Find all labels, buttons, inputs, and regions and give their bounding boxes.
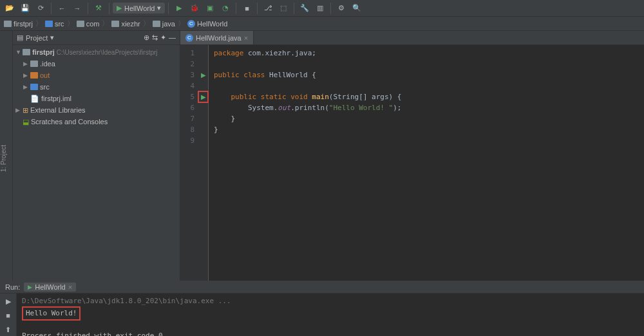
run-label: Run: xyxy=(5,283,20,291)
tree-out[interactable]: ▶out xyxy=(13,70,180,81)
panel-title-text: Project xyxy=(26,34,48,42)
line-numbers: 123456789 xyxy=(180,45,198,281)
play-icon: ▶ xyxy=(117,4,122,12)
separator xyxy=(294,3,294,14)
run-command: D:\DevSoftware\Java\jdk1.8.0_202\bin\jav… xyxy=(22,296,639,306)
editor-area: C HellWorld.java × 123456789 ▶ ▶ package… xyxy=(180,31,644,281)
editor-tab[interactable]: C HellWorld.java × xyxy=(180,31,254,44)
tree-root[interactable]: ▼ firstprj C:\Users\xiezhr\IdeaProjects\… xyxy=(13,46,180,58)
stop-icon[interactable]: ■ xyxy=(3,310,14,321)
save-icon[interactable]: 💾 xyxy=(18,2,32,15)
run-output[interactable]: D:\DevSoftware\Java\jdk1.8.0_202\bin\jav… xyxy=(17,294,644,336)
project-panel-header: ▤ Project ▾ ⊕ ⇆ ✦ — xyxy=(13,31,180,45)
git-icon[interactable]: ⎇ xyxy=(261,2,275,15)
separator xyxy=(88,3,88,14)
separator xyxy=(109,3,109,14)
search-icon[interactable]: 🔍 xyxy=(350,2,364,15)
dropdown-icon: ▾ xyxy=(157,4,161,12)
bc-class[interactable]: CHellWorld xyxy=(187,20,227,28)
bc-root[interactable]: firstprj xyxy=(4,20,33,28)
bc-separator: 〉 xyxy=(178,19,185,28)
bc-com[interactable]: com xyxy=(77,20,100,28)
bc-src[interactable]: src xyxy=(45,20,64,28)
play-icon: ▶ xyxy=(28,284,32,290)
tree-idea[interactable]: ▶.idea xyxy=(13,58,180,70)
tab-label: HellWorld.java xyxy=(196,34,242,42)
library-icon: ⊞ xyxy=(23,106,28,115)
close-icon[interactable]: × xyxy=(244,34,248,42)
folder-icon xyxy=(30,61,38,67)
bc-separator: 〉 xyxy=(67,19,74,28)
separator xyxy=(51,3,52,14)
chevron-right-icon: ▶ xyxy=(23,72,28,79)
vcs-icon[interactable]: ⬚ xyxy=(276,2,290,15)
tree-scratches[interactable]: ⬓Scratches and Consoles xyxy=(13,116,180,127)
breadcrumb-bar: firstprj 〉 src 〉 com 〉 xiezhr 〉 java 〉 C… xyxy=(0,17,644,31)
root-path: C:\Users\xiezhr\IdeaProjects\firstprj xyxy=(57,49,158,56)
tree-iml[interactable]: 📄firstprj.iml xyxy=(13,93,180,104)
refresh-icon[interactable]: ⟳ xyxy=(33,2,48,15)
gear-icon[interactable]: ⚙ xyxy=(334,2,348,15)
up-icon[interactable]: ⬆ xyxy=(3,324,14,335)
root-name: firstprj xyxy=(32,48,55,56)
stop-icon[interactable]: ■ xyxy=(240,2,254,15)
close-icon[interactable]: × xyxy=(68,283,72,291)
run-config-selector[interactable]: ▶ HellWorld ▾ xyxy=(113,3,165,14)
debug-icon[interactable]: 🐞 xyxy=(187,2,202,15)
bc-java[interactable]: java xyxy=(153,20,175,28)
class-icon: C xyxy=(187,20,195,28)
structure-icon[interactable]: ▥ xyxy=(313,2,327,15)
run-config-label: HellWorld xyxy=(124,5,155,12)
bc-separator: 〉 xyxy=(143,19,150,28)
bc-separator: 〉 xyxy=(102,19,109,28)
scratches-icon: ⬓ xyxy=(23,118,29,126)
run-tool-window: Run: ▶ HellWorld × ▶ ■ ⬆ ⊞ D:\DevSoftwar… xyxy=(0,281,644,336)
run-icon[interactable]: ▶ xyxy=(172,2,186,15)
folder-icon xyxy=(111,21,119,27)
bc-xiezhr[interactable]: xiezhr xyxy=(111,20,140,28)
module-icon xyxy=(23,49,30,55)
panel-icon: ▤ xyxy=(17,33,23,42)
exit-message: Process finished with exit code 0 xyxy=(22,331,639,336)
run-sidebar: ▶ ■ ⬆ ⊞ xyxy=(0,294,17,336)
output-highlight: Hello World! xyxy=(22,306,80,321)
back-icon[interactable]: ← xyxy=(55,2,69,15)
forward-icon[interactable]: → xyxy=(70,2,84,15)
minimize-icon[interactable]: — xyxy=(169,33,176,42)
tree-external-libs[interactable]: ▶⊞External Libraries xyxy=(13,104,180,116)
separator xyxy=(168,3,169,14)
main-toolbar: 📂 💾 ⟳ ← → ⚒ ▶ HellWorld ▾ ▶ 🐞 ▣ ◔ ■ ⎇ ⬚ … xyxy=(0,0,644,17)
folder-icon xyxy=(45,21,53,27)
expand-icon[interactable]: ⇆ xyxy=(152,33,158,42)
dropdown-icon[interactable]: ▾ xyxy=(50,33,54,42)
run-tab[interactable]: ▶ HellWorld × xyxy=(24,283,76,292)
folder-icon xyxy=(30,84,38,90)
open-icon[interactable]: 📂 xyxy=(3,2,17,15)
editor-tab-bar: C HellWorld.java × xyxy=(180,31,644,45)
gutter-icons: ▶ ▶ xyxy=(198,45,209,281)
separator xyxy=(236,3,236,14)
coverage-icon[interactable]: ▣ xyxy=(203,2,217,15)
rerun-icon[interactable]: ▶ xyxy=(3,296,14,306)
folder-icon xyxy=(77,21,84,27)
folder-icon xyxy=(4,21,12,27)
project-panel: ▤ Project ▾ ⊕ ⇆ ✦ — ▼ firstprj C:\Users\… xyxy=(13,31,180,281)
gear-icon[interactable]: ✦ xyxy=(160,33,166,42)
chevron-right-icon: ▶ xyxy=(23,84,28,90)
bc-separator: 〉 xyxy=(35,19,43,28)
wrench-icon[interactable]: 🔧 xyxy=(298,2,312,15)
collapse-icon[interactable]: ⊕ xyxy=(144,33,149,42)
run-class-icon[interactable]: ▶ xyxy=(198,70,208,80)
folder-icon xyxy=(30,72,38,79)
folder-icon xyxy=(153,21,160,27)
class-icon: C xyxy=(185,34,193,42)
file-icon: 📄 xyxy=(30,95,39,103)
chevron-right-icon: ▶ xyxy=(15,107,21,113)
code-editor[interactable]: package com.xiezhr.java; public class He… xyxy=(209,45,644,281)
run-main-icon[interactable]: ▶ xyxy=(198,91,208,102)
separator xyxy=(330,3,331,14)
tree-src[interactable]: ▶src xyxy=(13,81,180,93)
hammer-icon[interactable]: ⚒ xyxy=(91,2,106,15)
profile-icon[interactable]: ◔ xyxy=(218,2,232,15)
left-tool-gutter[interactable]: 1: Project xyxy=(0,31,13,281)
